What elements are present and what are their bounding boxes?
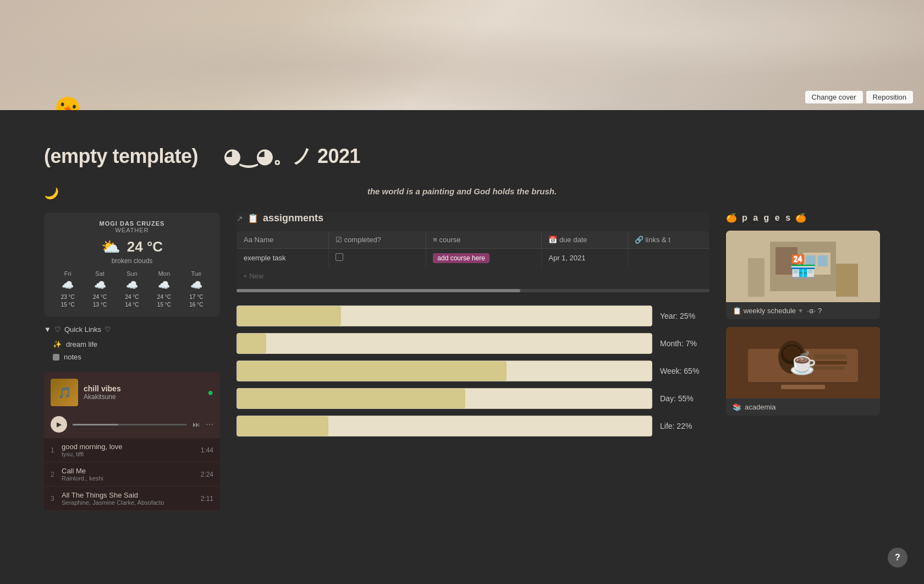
progress-year: Year: 25%	[237, 305, 710, 326]
cafe-image-svg	[726, 231, 880, 302]
svg-rect-4	[806, 255, 816, 266]
assignments-table: Aa Name ☑ completed? ≡ course 📅 due date…	[237, 231, 710, 268]
month-bar-outer	[237, 333, 652, 354]
help-button[interactable]: ?	[888, 548, 908, 567]
track-duration-1: 1:44	[201, 446, 213, 454]
scroll-fill	[237, 289, 520, 292]
assignments-tbody: exemple task add course here Apr 1, 2021	[237, 249, 710, 268]
track-name-1: good morning, love	[62, 443, 201, 451]
music-progress-bar[interactable]	[73, 424, 187, 425]
quick-links-header[interactable]: ▼ ♡ Quick Links ♡	[44, 325, 220, 334]
progress-fill	[73, 424, 118, 425]
svg-rect-16	[781, 385, 825, 389]
assignments-header-row: Aa Name ☑ completed? ≡ course 📅 due date…	[237, 231, 710, 249]
track-2[interactable]: 2 Call Me Rainlord., keshi 2:24	[44, 462, 220, 487]
share-icon[interactable]: ⋯	[206, 420, 213, 429]
scroll-indicator	[237, 289, 710, 292]
left-column: MOGI DAS CRUZES WEATHER ⛅ 24 °C broken c…	[44, 212, 220, 511]
weather-day-sun: Sun ☁️ 24 °C14 °C	[117, 270, 147, 309]
page-card-label-1: 📋 weekly schedule ᯤ ·ɞ· ?	[726, 302, 880, 319]
week-bar-fill	[237, 361, 507, 381]
track-duration-2: 2:24	[201, 471, 213, 478]
page-quote-section: 🌙 the world is a painting and God holds …	[44, 187, 880, 196]
table-row[interactable]: exemple task add course here Apr 1, 2021	[237, 249, 710, 268]
music-tracklist: 1 good morning, love tysu, tiffi 1:44 2 …	[44, 438, 220, 511]
heart-right-icon: ♡	[105, 325, 111, 334]
weather-desc: broken clouds	[53, 257, 211, 265]
task-name: exemple task	[237, 249, 329, 268]
track-info-2: Call Me Rainlord., keshi	[62, 467, 201, 482]
page-card-img-1	[726, 231, 880, 302]
quick-link-dream-life[interactable]: ✨ dream life	[44, 338, 220, 351]
week-label: Week: 65%	[660, 367, 710, 375]
academia-label-text: academia	[745, 403, 776, 411]
track-artist-3: Seraphine, Jasmine Clarke, Absofacto	[62, 499, 201, 506]
page-icon: 🐣	[43, 94, 90, 110]
svg-rect-13	[814, 354, 847, 359]
music-header: 🎵 chill vibes Akakitsune ●	[44, 372, 220, 413]
page-card-weekly[interactable]: 📋 weekly schedule ᯤ ·ɞ· ?	[726, 231, 880, 319]
weather-day-mon: Mon ☁️ 24 °C15 °C	[149, 270, 179, 309]
pages-emoji-right: 🍊	[795, 212, 808, 223]
weekly-label: weekly schedule ᯤ ·ɞ· ?	[744, 307, 822, 315]
page-card-academia[interactable]: 📚 academia	[726, 327, 880, 416]
svg-rect-2	[776, 247, 798, 275]
weather-day-fri: Fri ☁️ 23 °C15 °C	[53, 270, 82, 309]
col-links: 🔗 links & t	[628, 231, 709, 249]
triangle-icon: ▼	[44, 325, 51, 334]
moon-icon: 🌙	[44, 187, 58, 200]
task-course[interactable]: add course here	[426, 249, 542, 268]
week-bar-outer	[237, 361, 652, 381]
external-link-icon[interactable]: ↗	[237, 214, 243, 223]
month-bar-fill	[237, 334, 266, 353]
reposition-button[interactable]: Reposition	[866, 91, 913, 103]
assignments-thead: Aa Name ☑ completed? ≡ course 📅 due date…	[237, 231, 710, 249]
year-bar-fill	[237, 306, 341, 326]
cover-buttons: Change cover Reposition	[805, 91, 913, 103]
month-label: Month: 7%	[660, 339, 710, 348]
skip-icon[interactable]: ⏭	[193, 420, 200, 429]
task-links	[628, 249, 709, 268]
track-info-1: good morning, love tysu, tiffi	[62, 443, 201, 457]
spotify-icon: ●	[207, 387, 213, 399]
quick-links-section: ▼ ♡ Quick Links ♡ ✨ dream life notes	[44, 325, 220, 363]
new-row-button[interactable]: + New	[237, 268, 710, 285]
middle-column: ↗ 📋 assignments Aa Name ☑ completed? ≡ c…	[237, 212, 710, 436]
academia-icon: 📚	[733, 403, 741, 411]
heart-left-icon: ♡	[54, 325, 61, 334]
track-1[interactable]: 1 good morning, love tysu, tiffi 1:44	[44, 438, 220, 462]
life-bar-fill	[237, 416, 328, 436]
day-bar-fill	[237, 389, 465, 408]
year-label: Year: 25%	[660, 312, 710, 320]
progress-day: Day: 55%	[237, 388, 710, 409]
sparkle-icon: ✨	[53, 340, 62, 348]
track-num-1: 1	[51, 446, 62, 454]
music-player: 🎵 chill vibes Akakitsune ● ▶ ⏭ ⋯	[44, 372, 220, 511]
page-card-img-2	[726, 327, 880, 399]
track-name-2: Call Me	[62, 467, 201, 475]
quick-link-notes[interactable]: notes	[44, 351, 220, 363]
weekly-icon: 📋	[733, 307, 741, 315]
svg-rect-6	[748, 258, 765, 297]
life-label: Life: 22%	[660, 422, 710, 430]
track-3[interactable]: 3 All The Things She Said Seraphine, Jas…	[44, 487, 220, 511]
track-artist-1: tysu, tiffi	[62, 451, 201, 457]
weather-location: MOGI DAS CRUZES	[53, 220, 211, 227]
three-column-layout: MOGI DAS CRUZES WEATHER ⛅ 24 °C broken c…	[44, 212, 880, 511]
music-info: chill vibes Akakitsune	[84, 384, 202, 401]
play-button[interactable]: ▶	[51, 416, 67, 433]
cover-image: 🐣 Change cover Reposition	[0, 0, 924, 110]
year-bar-outer	[237, 305, 652, 326]
assignments-title: assignments	[263, 212, 323, 224]
day-label: Day: 55%	[660, 394, 710, 403]
album-art: 🎵	[51, 379, 78, 406]
change-cover-button[interactable]: Change cover	[805, 91, 863, 103]
col-name: Aa Name	[237, 231, 329, 249]
day-bar-outer	[237, 388, 652, 409]
svg-point-12	[783, 346, 801, 361]
task-completed[interactable]	[329, 249, 426, 268]
task-due-date: Apr 1, 2021	[542, 249, 628, 268]
weather-temp: 24 °C	[127, 238, 163, 255]
progress-month: Month: 7%	[237, 333, 710, 354]
track-num-2: 2	[51, 471, 62, 478]
